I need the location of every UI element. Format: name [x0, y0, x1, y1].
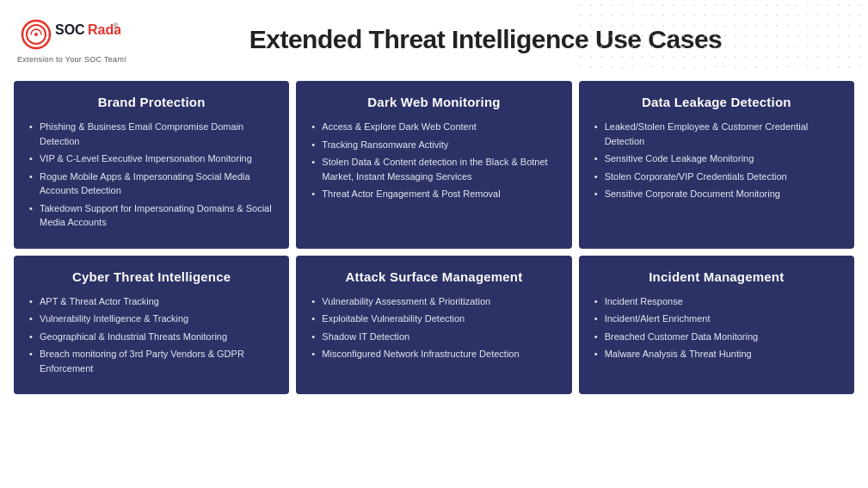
card-list-incident-management: Incident ResponseIncident/Alert Enrichme…: [594, 294, 839, 361]
list-item: Breached Customer Data Monitoring: [594, 330, 839, 344]
card-attack-surface-management: Attack Surface ManagementVulnerability A…: [296, 256, 571, 395]
list-item: Takedown Support for Impersonating Domai…: [29, 201, 274, 230]
page-title: Extended Threat Intelligence Use Cases: [138, 25, 842, 54]
card-title-cyber-threat-intelligence: Cyber Threat Intelligence: [29, 269, 274, 284]
list-item: Geographical & Industrial Threats Monito…: [29, 330, 274, 344]
svg-text:®: ®: [114, 22, 119, 28]
list-item: Breach monitoring of 3rd Party Vendors &…: [29, 347, 274, 375]
svg-text:SOC: SOC: [55, 22, 85, 37]
list-item: Phishing & Business Email Compromise Dom…: [29, 120, 274, 148]
list-item: Incident Response: [594, 294, 839, 309]
card-list-attack-surface-management: Vulnerability Assessment & Prioritizatio…: [311, 294, 556, 361]
list-item: VIP & C-Level Executive Impersonation Mo…: [29, 151, 274, 166]
list-item: Shadow IT Detection: [311, 330, 556, 344]
card-data-leakage-detection: Data Leakage DetectionLeaked/Stolen Empl…: [579, 81, 854, 249]
logo-area: SOC Radar ® Extension to Your SOC Team!: [17, 15, 138, 64]
card-title-incident-management: Incident Management: [594, 269, 839, 284]
card-incident-management: Incident ManagementIncident ResponseInci…: [579, 256, 854, 395]
card-list-cyber-threat-intelligence: APT & Threat Actor TrackingVulnerability…: [29, 294, 274, 376]
page: SOC Radar ® Extension to Your SOC Team! …: [0, 0, 868, 488]
list-item: Incident/Alert Enrichment: [594, 312, 839, 326]
list-item: Access & Explore Dark Web Content: [311, 120, 556, 134]
list-item: Misconfigured Network Infrastructure Det…: [311, 347, 556, 361]
card-title-data-leakage-detection: Data Leakage Detection: [594, 95, 839, 109]
logo-tagline: Extension to Your SOC Team!: [17, 55, 126, 64]
list-item: Vulnerability Assessment & Prioritizatio…: [311, 294, 556, 309]
list-item: Tracking Ransomware Activity: [311, 138, 556, 152]
list-item: APT & Threat Actor Tracking: [29, 294, 274, 309]
card-list-data-leakage-detection: Leaked/Stolen Employee & Customer Creden…: [594, 120, 839, 201]
card-list-brand-protection: Phishing & Business Email Compromise Dom…: [29, 120, 274, 230]
list-item: Leaked/Stolen Employee & Customer Creden…: [594, 120, 839, 148]
list-item: Malware Analysis & Threat Hunting: [594, 347, 839, 361]
card-brand-protection: Brand ProtectionPhishing & Business Emai…: [14, 81, 289, 249]
list-item: Exploitable Vulnerability Detection: [311, 312, 556, 326]
card-title-dark-web-monitoring: Dark Web Monitoring: [311, 95, 556, 109]
card-title-brand-protection: Brand Protection: [29, 95, 274, 109]
cards-grid: Brand ProtectionPhishing & Business Emai…: [0, 72, 868, 408]
list-item: Sensitive Corporate Document Monitoring: [594, 187, 839, 201]
card-list-dark-web-monitoring: Access & Explore Dark Web ContentTrackin…: [311, 120, 556, 201]
list-item: Rogue Mobile Apps & Impersonating Social…: [29, 170, 274, 198]
svg-point-0: [34, 33, 38, 36]
socradar-logo: SOC Radar ®: [17, 15, 120, 53]
card-title-attack-surface-management: Attack Surface Management: [311, 269, 556, 284]
card-dark-web-monitoring: Dark Web MonitoringAccess & Explore Dark…: [296, 81, 571, 249]
list-item: Vulnerability Intelligence & Tracking: [29, 312, 274, 326]
header: SOC Radar ® Extension to Your SOC Team! …: [0, 0, 868, 72]
list-item: Threat Actor Engagement & Post Removal: [311, 187, 556, 201]
card-cyber-threat-intelligence: Cyber Threat IntelligenceAPT & Threat Ac…: [14, 256, 289, 395]
list-item: Stolen Data & Content detection in the B…: [311, 155, 556, 183]
list-item: Stolen Corporate/VIP Credentials Detecti…: [594, 170, 839, 184]
list-item: Sensitive Code Leakage Monitoring: [594, 151, 839, 166]
